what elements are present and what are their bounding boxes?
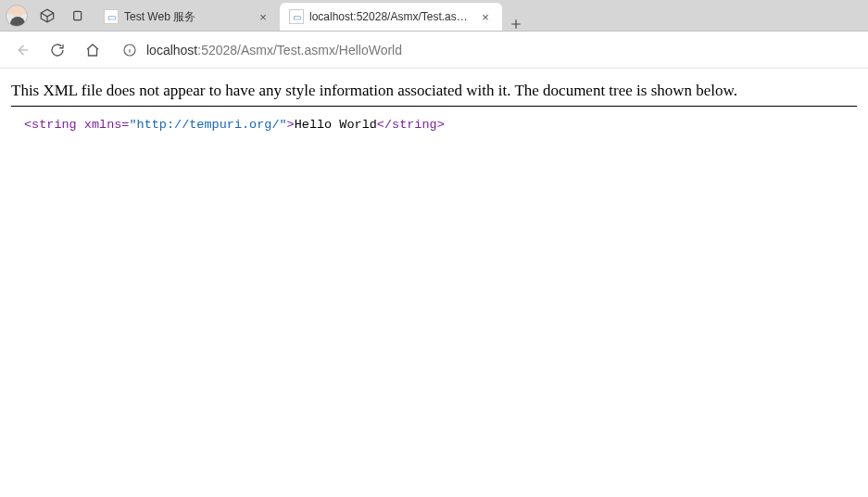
xml-no-style-banner: This XML file does not appear to have an… bbox=[11, 78, 857, 107]
tab-active[interactable]: ▭ localhost:52028/Asmx/Test.asmx/ × bbox=[280, 3, 502, 31]
url-host: localhost bbox=[146, 43, 197, 57]
home-button[interactable] bbox=[78, 35, 107, 65]
xml-tag-name: string bbox=[31, 118, 77, 132]
xml-open-angle: < bbox=[24, 118, 31, 132]
profile-avatar[interactable] bbox=[6, 5, 28, 27]
close-icon[interactable]: × bbox=[256, 9, 270, 24]
close-icon[interactable]: × bbox=[478, 9, 493, 24]
xml-attr-value: http://tempuri.org/ bbox=[137, 118, 280, 132]
xml-source-line: <string xmlns="http://tempuri.org/">Hell… bbox=[9, 118, 859, 132]
tabs-strip: ▭ Test Web 服务 × ▭ localhost:52028/Asmx/T… bbox=[94, 0, 530, 31]
workspaces-icon[interactable] bbox=[35, 4, 59, 28]
toolbar: localhost:52028/Asmx/Test.asmx/HelloWorl… bbox=[0, 32, 868, 69]
tab-actions-icon[interactable] bbox=[67, 4, 91, 28]
xml-end-tag-name: string bbox=[392, 118, 437, 132]
xml-attr-name: xmlns bbox=[84, 118, 122, 132]
tab-title: Test Web 服务 bbox=[124, 9, 250, 25]
tab-title: localhost:52028/Asmx/Test.asmx/ bbox=[309, 10, 472, 23]
xml-text-content: Hello World bbox=[295, 118, 377, 132]
url-path: :52028/Asmx/Test.asmx/HelloWorld bbox=[197, 43, 402, 57]
back-button[interactable] bbox=[7, 35, 37, 65]
xml-space bbox=[77, 118, 84, 132]
url-text: localhost:52028/Asmx/Test.asmx/HelloWorl… bbox=[146, 43, 402, 57]
address-bar[interactable]: localhost:52028/Asmx/Test.asmx/HelloWorl… bbox=[113, 36, 861, 64]
page-favicon-icon: ▭ bbox=[289, 9, 304, 24]
page-content: This XML file does not appear to have an… bbox=[0, 69, 868, 141]
xml-end-open: </ bbox=[377, 118, 392, 132]
xml-end-close: > bbox=[437, 118, 445, 132]
titlebar: ▭ Test Web 服务 × ▭ localhost:52028/Asmx/T… bbox=[0, 0, 868, 32]
xml-quote: " bbox=[280, 118, 287, 132]
titlebar-left bbox=[0, 0, 91, 31]
xml-quote: " bbox=[129, 118, 136, 132]
site-info-icon[interactable] bbox=[120, 41, 139, 59]
new-tab-button[interactable] bbox=[502, 18, 530, 31]
refresh-button[interactable] bbox=[43, 35, 72, 65]
xml-close-angle: > bbox=[287, 118, 295, 132]
tab-inactive[interactable]: ▭ Test Web 服务 × bbox=[94, 3, 280, 31]
page-favicon-icon: ▭ bbox=[104, 9, 119, 24]
